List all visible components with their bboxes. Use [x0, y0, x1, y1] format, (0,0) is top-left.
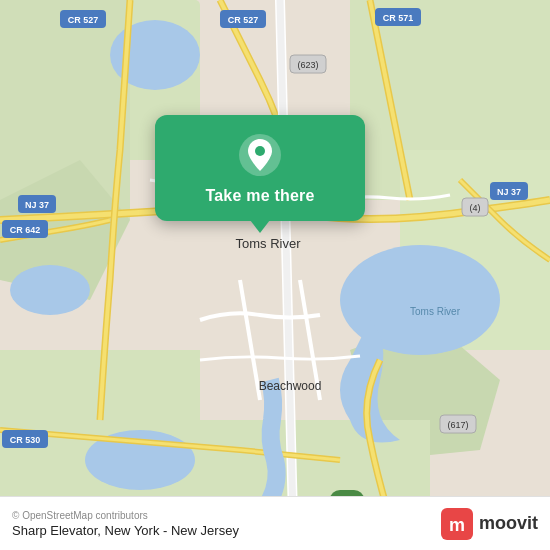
svg-text:(617): (617) — [447, 420, 468, 430]
take-me-there-button[interactable]: Take me there — [205, 187, 314, 205]
bottom-bar: © OpenStreetMap contributors Sharp Eleva… — [0, 496, 550, 550]
map-background: CR 527 CR 527 NJ 37 NJ 37 CR 571 (623) C… — [0, 0, 550, 550]
svg-point-41 — [255, 146, 265, 156]
svg-text:Beachwood: Beachwood — [259, 379, 322, 393]
svg-text:NJ 37: NJ 37 — [25, 200, 49, 210]
svg-text:CR 642: CR 642 — [10, 225, 41, 235]
location-name: Sharp Elevator, New York - New Jersey — [12, 523, 239, 538]
map-container: CR 527 CR 527 NJ 37 NJ 37 CR 571 (623) C… — [0, 0, 550, 550]
svg-text:Toms River: Toms River — [235, 236, 301, 251]
svg-text:NJ 37: NJ 37 — [497, 187, 521, 197]
svg-text:CR 530: CR 530 — [10, 435, 41, 445]
svg-text:(4): (4) — [470, 203, 481, 213]
svg-text:Toms River: Toms River — [410, 306, 461, 317]
popup-card: Take me there — [155, 115, 365, 221]
map-attribution: © OpenStreetMap contributors — [12, 510, 239, 521]
svg-text:CR 527: CR 527 — [68, 15, 99, 25]
svg-text:CR 527: CR 527 — [228, 15, 259, 25]
svg-text:m: m — [449, 515, 465, 535]
svg-point-11 — [10, 265, 90, 315]
map-pin-icon — [238, 133, 282, 177]
svg-text:(623): (623) — [297, 60, 318, 70]
svg-text:CR 571: CR 571 — [383, 13, 414, 23]
moovit-text: moovit — [479, 513, 538, 534]
moovit-logo[interactable]: m moovit — [441, 508, 538, 540]
moovit-m-icon: m — [441, 508, 473, 540]
